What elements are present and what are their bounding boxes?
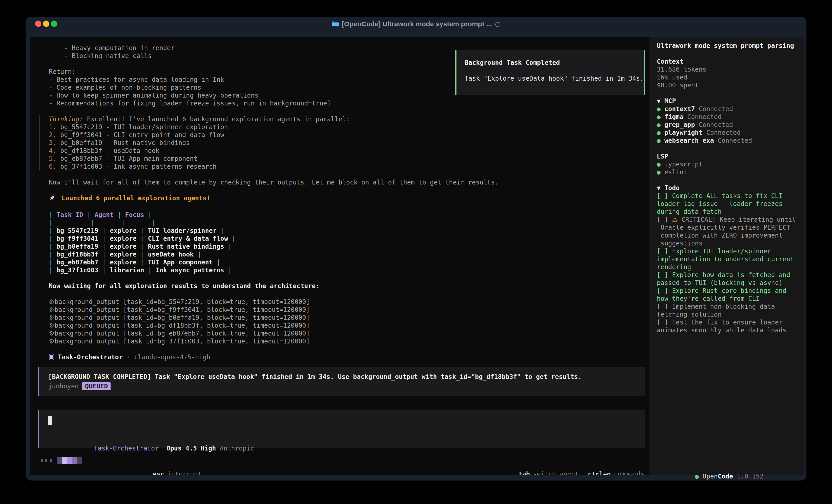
status-dot: ● bbox=[657, 129, 665, 136]
terminal-segment: | bbox=[83, 211, 95, 219]
gear-icon: ⚙ bbox=[49, 338, 54, 345]
status-dot: ● bbox=[657, 113, 665, 120]
ctrlp-key-label: ctrl+p bbox=[588, 470, 610, 475]
todo-item-line: implementation to understand current bbox=[657, 255, 804, 263]
esc-key-label: esc bbox=[153, 470, 164, 475]
prompt-input[interactable]: Task-OrchestratorOpus 4.5 HighAnthropic bbox=[38, 410, 645, 448]
mcp-server-status: Connected bbox=[695, 121, 733, 129]
ctrlp-action-label: commands bbox=[614, 470, 644, 475]
terminal-line: 5. bg_eb87ebb7 - TUI App main component bbox=[39, 155, 649, 163]
terminal-main[interactable]: - Heavy computation in render - Blocking… bbox=[30, 37, 649, 475]
terminal-segment: useData hook bbox=[148, 251, 193, 258]
terminal-segment: Agent bbox=[95, 211, 113, 219]
terminal-segment: explore bbox=[110, 243, 136, 250]
terminal-segment: explore bbox=[110, 258, 136, 266]
version-number: 1.0.152 bbox=[733, 473, 763, 480]
app-window: [OpenCode] Ultrawork mode system prompt … bbox=[26, 17, 806, 480]
todo-heading[interactable]: ▼ Todo bbox=[657, 184, 804, 192]
agent-icon bbox=[49, 354, 54, 360]
agent-name[interactable]: Task-Orchestrator bbox=[94, 445, 159, 452]
context-heading: Context bbox=[657, 58, 804, 65]
terminal-segment: Return: bbox=[49, 68, 76, 76]
terminal-line: 3. bg_b0effa19 - Rust native bindings bbox=[39, 139, 649, 147]
gear-icon: ⚙ bbox=[49, 306, 54, 313]
window-title: [OpenCode] Ultrawork mode system prompt … bbox=[26, 17, 806, 31]
terminal-segment: | bbox=[216, 227, 224, 234]
todo-item-line: animates smoothly while data loads bbox=[657, 326, 804, 334]
terminal-line: 1. bg_5547c219 - TUI loader/spinner expl… bbox=[39, 123, 649, 131]
lsp-server-name: eslint bbox=[665, 168, 687, 176]
notification-toast[interactable]: Background Task Completed Task "Explore … bbox=[456, 50, 645, 95]
terminal-segment: CLI entry & data flow bbox=[148, 235, 228, 242]
terminal-segment: 6. bbox=[49, 163, 60, 170]
context-used: 16% used bbox=[657, 74, 804, 81]
terminal-line bbox=[30, 345, 649, 353]
terminal-segment: 3. bbox=[49, 139, 60, 146]
terminal-segment: bg_b0effa19 bbox=[56, 243, 98, 250]
terminal-line: | bg_eb87ebb7 | explore | TUI App compon… bbox=[30, 258, 649, 266]
mcp-item: ● context7 Connected bbox=[657, 105, 804, 113]
terminal-segment: | bbox=[144, 267, 156, 274]
terminal-segment: background_output [task_id=bg_eb87ebb7, … bbox=[54, 330, 310, 337]
terminal-segment: bg_5547c219 - TUI loader/spinner explora… bbox=[60, 123, 228, 131]
window-title-text: [OpenCode] Ultrawork mode system prompt … bbox=[342, 20, 492, 28]
terminal-line: 6. bg_37f1c003 - Ink async patterns rese… bbox=[39, 163, 649, 170]
terminal-line: - Recommendations for fixing loader free… bbox=[30, 100, 649, 107]
status-dot: ● bbox=[657, 105, 665, 113]
todo-item-line: during data fetch bbox=[657, 208, 804, 216]
gear-icon: ⚙ bbox=[49, 298, 54, 306]
terminal-line: 4. bg_df18bb3f - useData hook bbox=[39, 147, 649, 155]
desktop-background: [OpenCode] Ultrawork mode system prompt … bbox=[0, 0, 832, 504]
window-titlebar[interactable]: [OpenCode] Ultrawork mode system prompt … bbox=[26, 17, 806, 31]
warning-icon: ⚠ bbox=[672, 216, 678, 223]
terminal-segment: Now I'll wait for all of them to complet… bbox=[49, 178, 498, 186]
terminal-segment: |----------|-------|-------| bbox=[49, 219, 156, 226]
brand-name: Open bbox=[702, 473, 718, 480]
status-dot: ● bbox=[657, 168, 665, 176]
terminal-line: | Task ID | Agent | Focus | bbox=[30, 211, 649, 219]
terminal-segment: Rust native bindings bbox=[148, 243, 224, 250]
status-circle-icon: ○ bbox=[495, 20, 500, 28]
mcp-server-name: playwright bbox=[665, 129, 703, 136]
terminal-segment: | bbox=[98, 267, 110, 274]
background-task-banner: [BACKGROUND TASK COMPLETED] Task "Explor… bbox=[38, 367, 645, 396]
tab-key-label: tab bbox=[518, 470, 530, 475]
todo-item-line: [ ] Explore TUI loader/spinner bbox=[657, 247, 804, 255]
terminal-segment: | bbox=[224, 267, 232, 274]
terminal-segment: Ink async patterns bbox=[156, 267, 224, 274]
status-bar: escinterrupt tabswitch agentctrl+pcomman… bbox=[30, 454, 649, 468]
terminal-segment: | bbox=[49, 227, 56, 234]
terminal-line: | bg_5547c219 | explore | TUI loader/spi… bbox=[30, 227, 649, 234]
mcp-item: ● grep_app Connected bbox=[657, 121, 804, 129]
todo-item-line: [ ] Explore how data is fetched and bbox=[657, 271, 804, 279]
app-version: ● OpenCode 1.0.152 bbox=[657, 456, 763, 470]
terminal-segment: TUI App component bbox=[148, 258, 213, 266]
terminal-line bbox=[30, 274, 649, 282]
terminal-segment: | bbox=[98, 258, 110, 266]
notification-body: Task "Explore useData hook" finished in … bbox=[465, 75, 644, 82]
status-dot: ● bbox=[657, 137, 665, 144]
sidebar: Ultrawork mode system prompt parsing Con… bbox=[649, 37, 804, 475]
model-name[interactable]: Opus 4.5 High bbox=[166, 445, 216, 452]
terminal-segment: - Blocking native calls bbox=[49, 52, 152, 60]
terminal-segment: Task-Orchestrator bbox=[58, 354, 123, 361]
provider-name: Anthropic bbox=[220, 445, 254, 452]
terminal-segment: bg_eb87ebb7 - TUI App main component bbox=[60, 155, 198, 162]
queued-badge: QUEUED bbox=[82, 382, 110, 390]
todo-item-line: rendering bbox=[657, 263, 804, 271]
todo-item-line: [ ] ⚠ CRITICAL: Keep iterating until bbox=[657, 216, 804, 224]
terminal-segment: | bbox=[144, 211, 152, 219]
terminal-line: | bg_37f1c003 | librarian | Ink async pa… bbox=[30, 266, 649, 274]
terminal-line: ⚙background_output [task_id=bg_b0effa19,… bbox=[30, 314, 649, 321]
terminal-segment: | bbox=[213, 258, 220, 266]
esc-hint: escinterrupt bbox=[107, 454, 202, 475]
terminal-segment: bg_37f1c003 - Ink async patterns researc… bbox=[60, 163, 216, 170]
mcp-server-status: Connected bbox=[714, 137, 752, 144]
terminal-line: ⚙background_output [task_id=bg_37f1c003,… bbox=[30, 337, 649, 345]
todo-item-line: loader lag issue - loader freezes bbox=[657, 200, 804, 208]
mcp-heading[interactable]: ▼ MCP bbox=[657, 97, 804, 105]
context-spent: $0.00 spent bbox=[657, 81, 804, 89]
terminal-segment: | bbox=[49, 211, 56, 219]
terminal-segment: | bbox=[49, 258, 56, 266]
terminal-segment: | bbox=[49, 251, 56, 258]
